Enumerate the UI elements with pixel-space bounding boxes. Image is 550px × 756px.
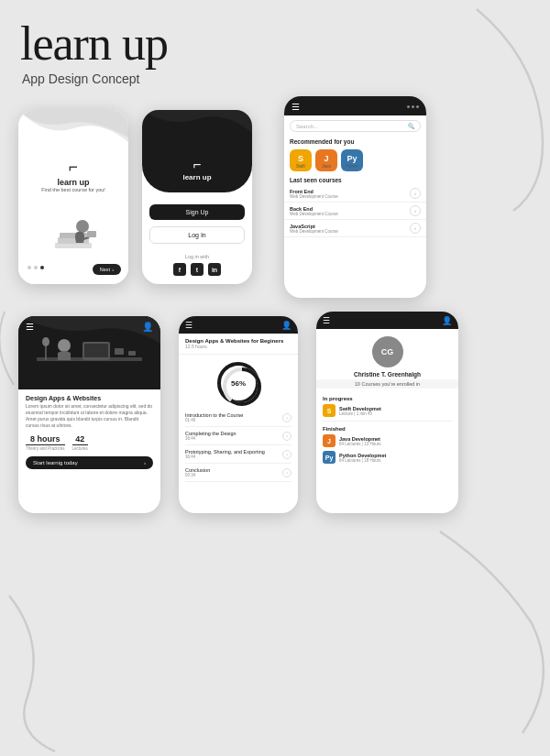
p4-course-title: Design Apps & Websites [26, 395, 153, 401]
p1-dot-2 [34, 266, 38, 269]
svg-point-3 [76, 220, 89, 233]
p3-course-item-3[interactable]: JavaScript Web Development Course › [284, 220, 426, 237]
p1-dots [28, 266, 44, 269]
p5-menu-icon[interactable]: ☰ [185, 321, 192, 330]
p4-stat-hours: 8 hours Theory and Practices [26, 434, 65, 451]
p4-profile-icon[interactable]: 👤 [142, 322, 153, 332]
p3-header: ☰ [284, 96, 426, 115]
p1-logo: ⌐ learn up Find the best course for you! [18, 158, 128, 192]
p5-lessons-list: Introduction to the Course 01:40 › Compl… [179, 409, 298, 482]
p6-finished-title: Finished [316, 423, 458, 433]
p3-python-icon[interactable]: Py Python [341, 149, 363, 171]
p3-course-arrow-1: › [410, 188, 421, 199]
p2-signup-button[interactable]: Sign Up [149, 204, 245, 220]
p2-twitter-icon[interactable]: t [191, 263, 204, 276]
p3-menu-icon[interactable]: ☰ [292, 102, 300, 112]
p5-header: ☰ 👤 [179, 316, 298, 334]
p5-lesson-4[interactable]: Conclusion 00:34 › [185, 464, 292, 482]
p6-menu-icon[interactable]: ☰ [323, 316, 330, 325]
svg-rect-6 [87, 231, 96, 237]
p3-course-arrow-3: › [410, 223, 421, 234]
p5-lesson-1[interactable]: Introduction to the Course 01:40 › [185, 409, 292, 427]
p2-logo-icon: ⌐ [192, 157, 201, 172]
phone-course-detail: ☰ 👤 Design Apps & Websites Lorem ipsum d… [18, 316, 160, 513]
p3-recommended-list: S Swift J Java Py Python [284, 147, 426, 174]
p1-app-name: learn up [18, 178, 128, 187]
p2-social-icons: f t in [149, 263, 245, 276]
svg-point-9 [58, 339, 71, 352]
p2-body: Sign Up Log In Log in with f t in [142, 192, 252, 284]
p2-app-name: learn up [142, 173, 252, 181]
p6-avatar: CG [372, 336, 403, 367]
p2-facebook-icon[interactable]: f [173, 263, 186, 276]
p3-course-item-2[interactable]: Back End Web Development Course › [284, 203, 426, 220]
p5-lesson-arrow-4: › [282, 468, 292, 477]
p3-search-bar[interactable]: Search... 🔍 [290, 120, 421, 132]
p1-tagline: Find the best course for you! [18, 187, 128, 192]
page-subtitle: App Design Concept [22, 71, 139, 86]
p2-linkedin-icon[interactable]: in [208, 263, 221, 276]
p3-swift-icon[interactable]: S Swift [290, 149, 312, 171]
p5-profile-icon[interactable]: 👤 [281, 321, 292, 330]
p6-java-icon: J [323, 434, 336, 447]
svg-rect-11 [84, 344, 108, 357]
phone-profile: ☰ 👤 CG Christine T. Greenhalgh 10 Course… [316, 312, 458, 513]
p6-divider [323, 421, 452, 422]
p5-course-time: 12.5 hours [185, 344, 292, 349]
p5-progress-circle: 56% [217, 362, 259, 404]
p3-course-arrow-2: › [410, 205, 421, 216]
p3-search-placeholder: Search... [296, 124, 318, 129]
p1-next-button[interactable]: Next › [93, 264, 121, 275]
p1-logo-icon: ⌐ [18, 158, 128, 177]
p6-enrolled-label: 10 Courses you're enrolled in [316, 379, 458, 389]
p6-avatar-area: CG Christine T. Greenhalgh 10 Courses yo… [316, 329, 458, 393]
p1-dot-3 [40, 266, 44, 269]
phone-courses: ☰ Search... 🔍 Recommended for you S Swif… [284, 96, 426, 298]
phone-login: ⌐ learn up Sign Up Log In Log in with f … [142, 110, 252, 284]
p5-progress-area: 56% [179, 355, 298, 409]
p4-start-button[interactable]: Start learnig today › [26, 456, 153, 469]
p4-stats: 8 hours Theory and Practices 42 Lectures [26, 434, 153, 451]
phone-course-progress: ☰ 👤 Design Apps & Websites for Beginers … [179, 316, 298, 513]
p2-login-with-label: Log in with [149, 254, 245, 259]
phone-splash: ⌐ learn up Find the best course for you!… [18, 110, 128, 284]
p4-stat-lectures: 42 Lectures [72, 434, 88, 451]
p5-lesson-arrow-2: › [282, 432, 292, 441]
p4-menu-icon[interactable]: ☰ [26, 322, 34, 332]
svg-rect-14 [115, 348, 124, 355]
p4-course-description: Lorem ipsum dolor sit amet, consectetur … [26, 403, 153, 429]
p6-user-name: Christine T. Greenhalgh [354, 371, 421, 378]
p5-lesson-arrow-1: › [282, 413, 292, 422]
p6-header: ☰ 👤 [316, 312, 458, 329]
p3-java-icon[interactable]: J Java [315, 149, 337, 171]
p4-header: ☰ 👤 [18, 316, 160, 389]
p6-in-progress-title: In progress [316, 393, 458, 402]
p2-logo: ⌐ learn up [142, 157, 252, 181]
p3-course-item-1[interactable]: Front End Web Development Course › [284, 185, 426, 203]
p6-swift-icon: S [323, 404, 336, 417]
page-title: learn up [20, 16, 168, 71]
p6-profile-icon[interactable]: 👤 [442, 316, 452, 325]
p1-dot-1 [28, 266, 31, 269]
p4-body: Design Apps & Websites Lorem ipsum dolor… [18, 389, 160, 475]
p2-login-button[interactable]: Log In [149, 226, 245, 244]
svg-point-13 [42, 337, 50, 346]
p6-python-course[interactable]: Py Python Developmet 64 Lectures | 18 Ho… [316, 449, 458, 466]
p6-python-icon: Py [323, 451, 336, 464]
p3-last-seen-title: Last seen courses [284, 174, 426, 185]
p3-search-icon: 🔍 [408, 123, 414, 129]
p2-dark-header: ⌐ learn up [142, 110, 252, 192]
p3-header-status [407, 105, 419, 108]
p5-lesson-arrow-3: › [282, 450, 292, 459]
svg-rect-15 [128, 351, 136, 356]
p6-swift-course[interactable]: S Swift Developmet Lecture | 1 min 45 [316, 402, 458, 419]
p5-lesson-2[interactable]: Completing the Design 36:44 › [185, 427, 292, 445]
p3-recommended-title: Recommended for you [284, 137, 426, 147]
p6-java-course[interactable]: J Java Developmet 64 Lectures | 13 Hours [316, 433, 458, 449]
p5-course-header: Design Apps & Websites for Beginers 12.5… [179, 334, 298, 355]
p5-lesson-3[interactable]: Prototyping, Sharing, and Exporting 36:4… [185, 445, 292, 464]
